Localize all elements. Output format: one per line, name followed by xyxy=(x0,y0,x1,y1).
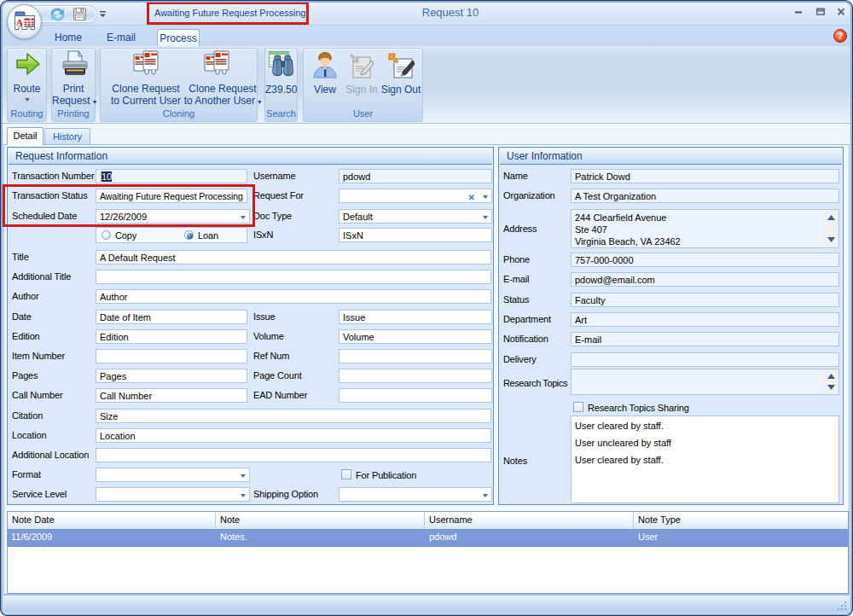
svg-text:A: A xyxy=(16,17,23,27)
